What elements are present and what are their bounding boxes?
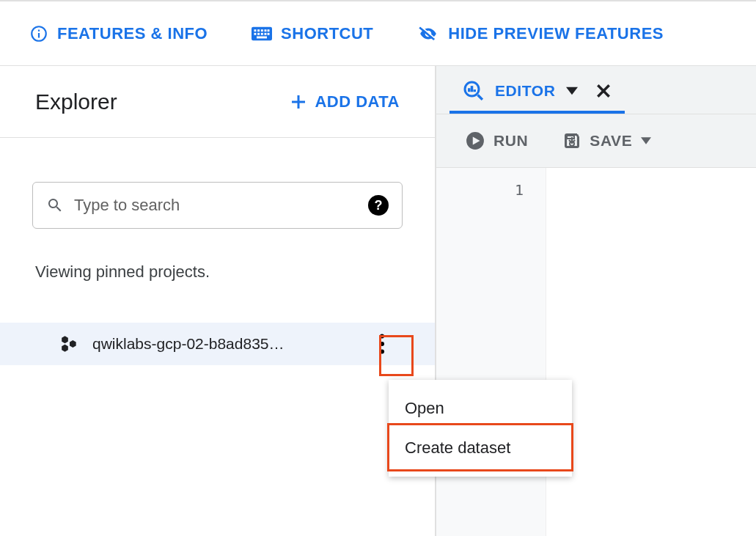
menu-create-dataset[interactable]: Create dataset [389,428,572,468]
eye-off-icon [417,24,439,43]
help-icon[interactable]: ? [368,195,389,216]
svg-marker-34 [641,137,651,144]
tab-strip: EDITOR [436,66,756,114]
svg-rect-9 [265,32,267,34]
keyboard-icon [252,26,272,42]
search-box: ? [32,182,403,229]
svg-rect-1 [254,29,257,32]
explorer-header: Explorer ADD DATA [0,66,435,138]
project-name: qwiklabs-gcp-02-b8ad835… [92,335,354,353]
save-label: SAVE [590,132,632,150]
svg-rect-4 [265,29,267,32]
line-number: 1 [436,181,524,199]
tab-editor-label: EDITOR [495,82,556,100]
shortcut-button[interactable]: SHORTCUT [252,24,373,43]
project-icon [60,334,79,353]
save-button[interactable]: SAVE [563,132,651,150]
close-icon[interactable] [595,83,612,99]
project-row[interactable]: qwiklabs-gcp-02-b8ad835… [0,323,435,365]
features-info-label: FEATURES & INFO [57,24,208,43]
chevron-down-icon [641,137,651,144]
svg-marker-27 [566,87,578,95]
pinned-projects-text: Viewing pinned projects. [0,229,435,282]
shortcut-label: SHORTCUT [281,24,373,43]
search-icon [46,197,64,214]
chevron-down-icon[interactable] [566,87,578,95]
run-button[interactable]: RUN [466,131,528,150]
svg-marker-16 [62,336,68,343]
svg-rect-5 [268,29,270,32]
menu-open[interactable]: Open [389,389,572,428]
save-icon [563,132,581,150]
svg-point-19 [380,334,384,338]
search-input[interactable] [74,196,358,215]
project-actions-button[interactable] [367,329,397,359]
tab-editor[interactable]: EDITOR [449,70,625,114]
query-icon [463,80,485,102]
kebab-icon [379,334,385,354]
add-data-label: ADD DATA [315,92,400,111]
svg-rect-8 [261,32,263,34]
add-data-button[interactable]: ADD DATA [290,92,400,111]
svg-rect-10 [268,32,270,34]
hide-preview-label: HIDE PREVIEW FEATURES [448,24,664,43]
svg-marker-17 [62,345,68,352]
svg-rect-6 [254,32,257,34]
hide-preview-button[interactable]: HIDE PREVIEW FEATURES [417,24,664,43]
svg-rect-7 [257,32,260,34]
main-area: Explorer ADD DATA ? Viewing pinned proje… [0,66,756,536]
top-toolbar: FEATURES & INFO SHORTCUT HIDE PREVIEW FE… [0,0,756,66]
explorer-title: Explorer [35,89,117,114]
play-icon [466,131,485,150]
plus-icon [290,93,307,111]
svg-rect-2 [257,29,260,32]
features-info-button[interactable]: FEATURES & INFO [29,24,208,43]
info-icon [29,24,48,43]
svg-marker-18 [70,340,76,348]
context-menu: Open Create dataset [389,380,572,477]
svg-line-26 [478,95,482,99]
run-label: RUN [493,132,528,150]
svg-rect-3 [261,29,263,32]
svg-rect-11 [257,36,267,38]
code-editor[interactable]: 1 [436,168,756,536]
explorer-panel: Explorer ADD DATA ? Viewing pinned proje… [0,66,436,536]
svg-point-20 [380,342,384,346]
svg-point-21 [380,349,384,353]
search-container: ? [0,138,435,229]
line-gutter: 1 [436,168,546,536]
editor-toolbar: RUN SAVE [436,114,756,168]
